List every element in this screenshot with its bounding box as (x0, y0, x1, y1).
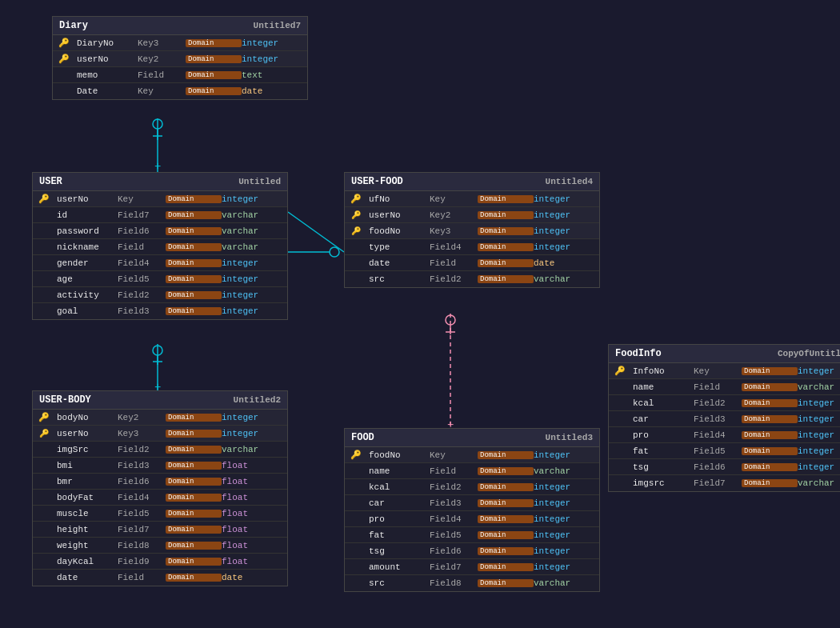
field-type: Field (138, 70, 186, 80)
data-type: integer (222, 194, 286, 204)
diary-name: Diary (59, 20, 88, 31)
field-type: Key (694, 366, 742, 376)
data-type: varchar (798, 478, 840, 488)
field-name: type (366, 242, 430, 252)
key-icon: 🔑 (54, 54, 74, 64)
field-type: Field6 (118, 477, 166, 486)
data-type: float (222, 525, 286, 534)
field-name: name (630, 382, 694, 392)
field-name: car (630, 414, 694, 424)
domain-badge: Domain (186, 55, 242, 63)
svg-text:+: + (154, 160, 161, 173)
field-type: Field4 (694, 430, 742, 440)
data-type: float (222, 477, 286, 486)
data-type: integer (534, 194, 598, 204)
domain-badge: Domain (166, 462, 222, 470)
key-icon: 🔑 (54, 38, 74, 48)
data-type: integer (798, 462, 840, 472)
field-type: Field2 (430, 482, 478, 492)
table-row: 🔑 ufNo Key Domain integer (345, 191, 599, 207)
table-row: 🔑 foodNo Key3 Domain integer (345, 223, 599, 239)
field-type: Key3 (138, 38, 186, 48)
user-body-schema: Untitled2 (234, 395, 281, 405)
data-type: integer (534, 482, 598, 492)
field-type: Field3 (430, 498, 478, 508)
field-type: Key3 (118, 429, 166, 438)
data-type: varchar (534, 466, 598, 476)
table-diary-header: Diary Untitled7 (53, 17, 307, 35)
table-row: car Field3 Domain integer (345, 495, 599, 511)
domain-badge: Domain (478, 259, 534, 267)
field-type: Field5 (118, 274, 166, 284)
field-name: nickname (54, 242, 118, 252)
field-name: pro (366, 514, 430, 524)
field-name: userNo (54, 194, 118, 204)
domain-badge: Domain (742, 415, 798, 423)
domain-badge: Domain (478, 243, 534, 251)
domain-badge: Domain (742, 463, 798, 471)
data-type: float (222, 557, 286, 566)
table-row: activity Field2 Domain integer (33, 287, 287, 303)
field-name: imgSrc (54, 445, 118, 454)
domain-badge: Domain (186, 87, 242, 95)
field-name: date (366, 258, 430, 268)
field-type: Field3 (694, 414, 742, 424)
data-type: integer (242, 38, 306, 48)
field-name: userNo (74, 54, 138, 64)
table-food: FOOD Untitled3 🔑 foodNo Key Domain integ… (344, 428, 600, 592)
data-type: date (222, 573, 286, 582)
table-row: fat Field5 Domain integer (345, 527, 599, 543)
field-type: Field4 (430, 514, 478, 524)
domain-badge: Domain (742, 479, 798, 487)
data-type: integer (222, 413, 286, 422)
domain-badge: Domain (166, 195, 222, 203)
data-type: integer (534, 226, 598, 236)
table-row: age Field5 Domain integer (33, 271, 287, 287)
field-type: Field4 (118, 493, 166, 502)
foodinfo-name: FoodInfo (615, 348, 662, 359)
data-type: varchar (222, 226, 286, 236)
data-type: integer (798, 446, 840, 456)
data-type: date (534, 258, 598, 268)
table-row: 🔑 InfoNo Key Domain integer (609, 363, 840, 379)
field-name: InfoNo (630, 366, 694, 376)
domain-badge: Domain (742, 383, 798, 391)
table-row: tsg Field6 Domain integer (609, 459, 840, 475)
field-type: Field7 (694, 478, 742, 488)
data-type: integer (798, 430, 840, 440)
field-type: Key (118, 194, 166, 204)
data-type: varchar (798, 382, 840, 392)
field-name: foodNo (366, 450, 430, 460)
field-name: date (54, 573, 118, 582)
key-icon: 🔑 (34, 412, 54, 422)
table-row: pro Field4 Domain integer (609, 427, 840, 443)
field-name: activity (54, 290, 118, 300)
domain-badge: Domain (742, 447, 798, 455)
table-row: 🔑 foodNo Key Domain integer (345, 447, 599, 463)
field-type: Field6 (694, 462, 742, 472)
domain-badge: Domain (166, 307, 222, 315)
svg-point-8 (153, 346, 162, 355)
field-name: pro (630, 430, 694, 440)
user-body-name: USER-BODY (39, 394, 91, 406)
field-type: Field (430, 258, 478, 268)
field-type: Field5 (118, 509, 166, 518)
domain-badge: Domain (478, 579, 534, 587)
domain-badge: Domain (166, 291, 222, 299)
key-icon: 🔑 (610, 366, 630, 376)
svg-point-2 (153, 119, 162, 129)
field-type: Field7 (118, 525, 166, 534)
table-user-food-header: USER-FOOD Untitled4 (345, 173, 599, 191)
data-type: integer (222, 274, 286, 284)
field-type: Field2 (118, 445, 166, 454)
data-type: integer (534, 242, 598, 252)
data-type: text (242, 70, 306, 80)
field-name: fat (630, 446, 694, 456)
table-row: pro Field4 Domain integer (345, 511, 599, 527)
data-type: integer (534, 562, 598, 572)
data-type: integer (534, 514, 598, 524)
domain-badge: Domain (166, 414, 222, 422)
domain-badge: Domain (742, 431, 798, 439)
field-type: Key3 (430, 226, 478, 236)
field-type: Key2 (430, 210, 478, 220)
